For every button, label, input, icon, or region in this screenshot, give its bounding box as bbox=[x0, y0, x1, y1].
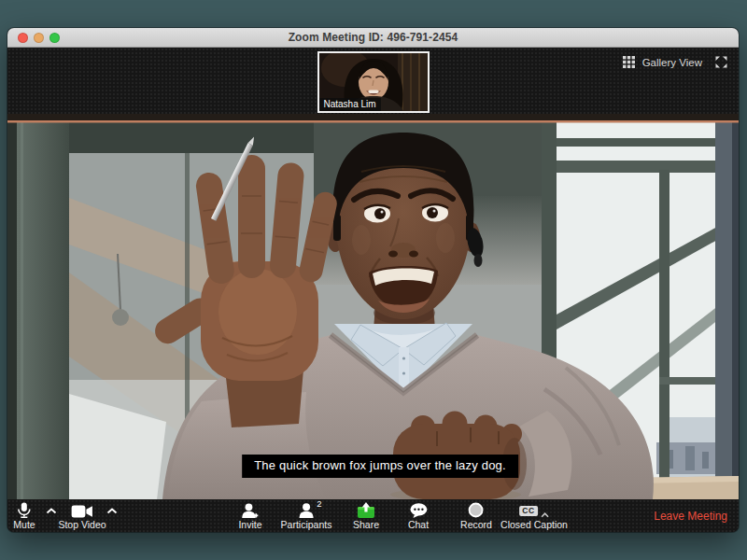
grid-icon bbox=[623, 56, 635, 68]
mute-label: Mute bbox=[13, 519, 35, 530]
mute-button[interactable]: Mute bbox=[13, 502, 35, 530]
share-button[interactable]: Share bbox=[353, 502, 379, 530]
cc-icon: CC bbox=[519, 506, 537, 517]
traffic-lights bbox=[18, 33, 60, 43]
video-options-caret-icon[interactable] bbox=[106, 508, 118, 514]
share-label: Share bbox=[353, 519, 379, 530]
participant-name-label: Natasha Lim bbox=[319, 98, 381, 111]
minimize-button[interactable] bbox=[34, 33, 44, 43]
main-video-scene bbox=[7, 114, 739, 499]
gallery-view-label: Gallery View bbox=[642, 57, 702, 68]
microphone-icon bbox=[18, 502, 32, 518]
chat-button[interactable]: Chat bbox=[408, 502, 429, 530]
desktop: { "desktop": { "background_color": "#3e5… bbox=[0, 0, 747, 560]
stop-video-button[interactable]: Stop Video bbox=[58, 502, 106, 530]
closed-caption-button[interactable]: CC Closed Caption bbox=[500, 502, 568, 530]
record-label: Record bbox=[460, 519, 492, 530]
participant-thumbnail[interactable]: Natasha Lim bbox=[317, 51, 430, 113]
fullscreen-button[interactable] bbox=[49, 33, 60, 43]
leave-meeting-button[interactable]: Leave Meeting bbox=[648, 499, 733, 532]
record-icon bbox=[468, 502, 484, 518]
record-button[interactable]: Record bbox=[460, 502, 492, 530]
chat-label: Chat bbox=[408, 519, 429, 530]
stop-video-label: Stop Video bbox=[58, 519, 106, 530]
zoom-window: Zoom Meeting ID: 496-791-2454 bbox=[7, 28, 739, 532]
invite-person-icon bbox=[241, 503, 259, 518]
title-bar: Zoom Meeting ID: 496-791-2454 bbox=[7, 28, 739, 48]
fullscreen-icon[interactable] bbox=[715, 56, 727, 68]
video-camera-icon bbox=[72, 505, 93, 518]
mute-options-caret-icon[interactable] bbox=[46, 508, 57, 514]
participants-label: Participants bbox=[281, 519, 332, 530]
window-title: Zoom Meeting ID: 496-791-2454 bbox=[289, 31, 458, 44]
participants-count-badge: 2 bbox=[317, 498, 321, 509]
share-screen-icon bbox=[357, 502, 375, 518]
chat-bubble-icon bbox=[410, 503, 428, 518]
invite-button[interactable]: Invite bbox=[238, 502, 261, 530]
main-video: The quick brown fox jumps over the lazy … bbox=[7, 114, 739, 499]
cc-options-caret-icon[interactable] bbox=[541, 512, 549, 518]
invite-label: Invite bbox=[238, 519, 261, 530]
closed-caption-label: Closed Caption bbox=[500, 519, 568, 530]
filmstrip: Natasha Lim Gallery View bbox=[7, 48, 739, 114]
participants-icon bbox=[298, 503, 314, 518]
gallery-view-button[interactable]: Gallery View bbox=[623, 56, 727, 68]
participants-button[interactable]: 2 Participants bbox=[281, 502, 332, 530]
toolbar: Mute Stop Video bbox=[7, 499, 739, 532]
live-caption: The quick brown fox jumps over the lazy … bbox=[242, 455, 518, 478]
close-button[interactable] bbox=[18, 33, 28, 43]
